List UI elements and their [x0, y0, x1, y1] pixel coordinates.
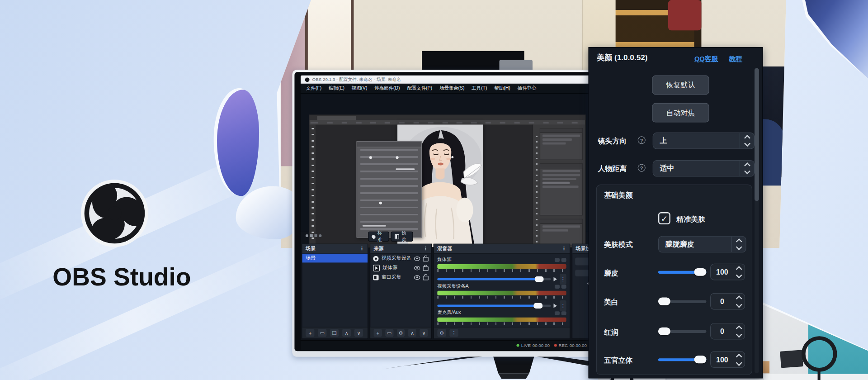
whitening-stepper[interactable]: 0 — [710, 293, 745, 310]
restore-defaults-button[interactable]: 恢复默认 — [652, 76, 709, 95]
duplicate-scene-button[interactable]: ❏ — [330, 329, 339, 337]
volume-slider[interactable] — [437, 278, 551, 280]
rec-dot-icon — [554, 344, 557, 347]
channel-mini-icons[interactable] — [555, 285, 566, 289]
meter-ticks — [437, 323, 566, 325]
menu-plugin-center[interactable]: 插件中心 — [518, 85, 537, 92]
scrollbar-thumb[interactable] — [755, 68, 759, 201]
transition-duration[interactable] — [575, 270, 590, 276]
slider-handle[interactable] — [658, 328, 670, 335]
help-icon[interactable]: ? — [638, 164, 646, 171]
sources-toolbar: ＋ ▭ ⚙ ∧ ∨ — [370, 327, 431, 338]
whitening-label: 美白 — [604, 298, 618, 308]
rosy-label: 红润 — [604, 328, 618, 337]
live-status: LIVE00:00:00 — [517, 343, 550, 348]
visibility-icon[interactable] — [414, 256, 420, 261]
skin-mode-value: 朦胧磨皮 — [659, 239, 731, 249]
slider-handle[interactable] — [694, 268, 707, 276]
menu-view[interactable]: 视图(V) — [352, 85, 368, 92]
audio-meter — [437, 318, 566, 322]
scene-row-selected[interactable]: 场景 — [302, 254, 368, 263]
channel-mini-icons[interactable] — [555, 258, 566, 262]
dock-menu-icon[interactable]: ⋮ — [359, 246, 364, 252]
smoothing-label: 磨皮 — [604, 268, 618, 278]
menu-tools[interactable]: 工具(T) — [472, 85, 487, 92]
white-desk — [764, 374, 868, 380]
precise-skin-label: 精准美肤 — [676, 214, 705, 224]
tab-preview[interactable]: 预览 — [391, 232, 413, 242]
add-scene-button[interactable]: ＋ — [306, 329, 315, 337]
audio-meter — [437, 291, 566, 295]
source-row-window[interactable]: 窗口采集 — [370, 272, 431, 282]
select-spinner[interactable] — [740, 133, 754, 148]
qq-support-link[interactable]: QQ客服 — [694, 54, 718, 64]
facial-3d-stepper[interactable]: 100 — [710, 351, 745, 368]
live-dot-icon — [517, 344, 519, 347]
move-scene-up-button[interactable]: ∧ — [342, 329, 351, 337]
obs-preview-area — [301, 94, 594, 232]
remove-scene-button[interactable]: ▭ — [318, 329, 327, 337]
menu-help[interactable]: 帮助(H) — [494, 85, 510, 92]
menu-profile[interactable]: 配置文件(P) — [407, 85, 432, 92]
tutorial-link[interactable]: 教程 — [729, 54, 742, 64]
volume-slider[interactable] — [437, 304, 551, 307]
menu-scene-collection[interactable]: 场景集合(S) — [439, 85, 465, 92]
facial-3d-slider[interactable] — [658, 356, 707, 363]
ps-knob — [396, 156, 399, 159]
tab-standard[interactable]: 标准 — [368, 232, 389, 242]
add-source-button[interactable]: ＋ — [374, 329, 382, 337]
dock-menu-icon[interactable]: ⋮ — [423, 246, 428, 252]
menu-docks[interactable]: 停靠部件(D) — [374, 85, 400, 92]
channel-mini-icons[interactable] — [555, 311, 566, 315]
whitening-slider[interactable] — [658, 298, 707, 305]
person-distance-select[interactable]: 适中 — [653, 160, 755, 177]
select-spinner[interactable] — [740, 161, 754, 176]
camera-direction-select[interactable]: 上 — [653, 133, 755, 149]
source-name: 媒体源 — [382, 264, 411, 271]
mixer-channel: 视频采集设备A ⋮ — [437, 283, 566, 311]
speaker-icon[interactable] — [553, 304, 557, 308]
auto-focus-button[interactable]: 自动对焦 — [652, 103, 709, 123]
mixer-config-button[interactable]: ⚙ — [437, 329, 446, 337]
channel-name: 媒体源 — [437, 256, 451, 263]
speaker-icon[interactable] — [553, 277, 557, 281]
smoothing-slider[interactable] — [658, 268, 707, 276]
skin-mode-select[interactable]: 朦胧磨皮 — [658, 236, 746, 253]
dock-menu-icon[interactable]: ⋮ — [561, 246, 566, 252]
lock-icon[interactable] — [423, 266, 429, 271]
ps-options-bar — [309, 120, 585, 125]
rosy-stepper[interactable]: 0 — [710, 323, 745, 340]
lock-icon[interactable] — [423, 276, 429, 280]
move-scene-down-button[interactable]: ∨ — [354, 329, 363, 337]
mixer-dock: 混音器 ⋮ 媒体源 ⋮ 视频采集设备A ⋮ 麦克风/Aux — [434, 244, 570, 339]
smoothing-stepper[interactable]: 100 — [710, 264, 745, 280]
ps-tab-strip — [309, 115, 585, 120]
help-icon[interactable]: ? — [638, 136, 646, 144]
source-row-camera[interactable]: 视频采集设备A — [370, 254, 431, 263]
ps-floating-panel-rows — [360, 149, 418, 233]
obs-app-icon — [305, 77, 310, 82]
remove-source-button[interactable]: ▭ — [385, 329, 393, 337]
scenes-dock: 场景 ⋮ 场景 ＋ ▭ ❏ ∧ ∨ — [302, 244, 368, 339]
menu-file[interactable]: 文件(F) — [306, 85, 321, 92]
facial-3d-label: 五官立体 — [604, 356, 633, 366]
slider-handle[interactable] — [694, 356, 707, 363]
scenes-toolbar: ＋ ▭ ❏ ∧ ∨ — [302, 327, 368, 338]
visibility-icon[interactable] — [414, 275, 420, 280]
ps-button-bar — [396, 168, 415, 170]
precise-skin-checkbox[interactable]: ✓ — [658, 212, 670, 224]
mixer-advanced-button[interactable]: ⋮ — [449, 329, 458, 337]
source-properties-button[interactable]: ⚙ — [396, 329, 405, 337]
obs-logo-text: OBS Studio — [22, 262, 222, 291]
move-source-down-button[interactable]: ∨ — [420, 329, 428, 337]
source-row-media[interactable]: 媒体源 — [370, 263, 431, 273]
rosy-slider[interactable] — [658, 328, 707, 335]
lock-icon[interactable] — [423, 257, 429, 261]
select-spinner[interactable] — [731, 237, 746, 252]
panel-scrollbar[interactable] — [755, 68, 759, 374]
visibility-icon[interactable] — [414, 266, 420, 270]
slider-handle[interactable] — [658, 298, 670, 305]
move-source-up-button[interactable]: ∧ — [408, 329, 416, 337]
menu-edit[interactable]: 编辑(E) — [329, 85, 344, 92]
ps-knob — [369, 156, 372, 159]
